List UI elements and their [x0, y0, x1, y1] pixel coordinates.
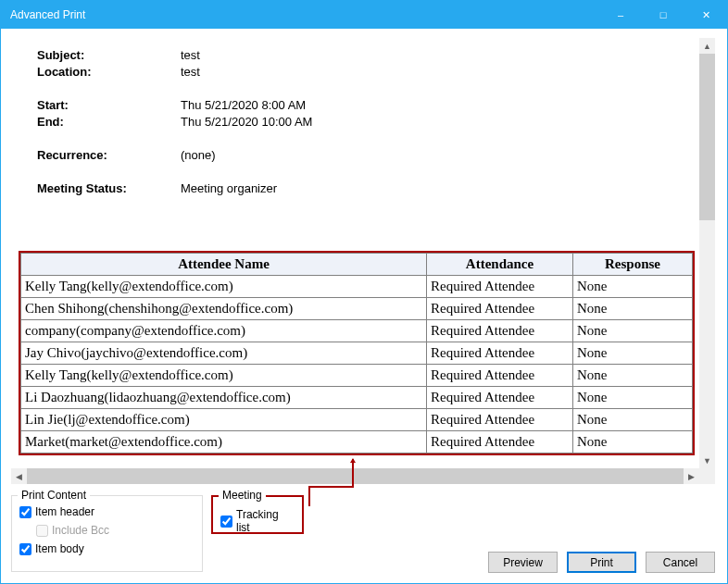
table-row: Lin Jie(lj@extendoffice.com)Required Att… [21, 409, 693, 431]
meeting-meta: Subject:test Location:test Start:Thu 5/2… [37, 47, 312, 197]
meeting-group: Meeting Tracking list [211, 495, 304, 534]
table-row: company(company@extendoffice.com)Require… [21, 320, 693, 342]
horizontal-scrollbar[interactable]: ◀ ▶ [11, 468, 699, 484]
location-value: test [181, 64, 200, 81]
table-row: Kelly Tang(kelly@extendoffice.com)Requir… [21, 276, 693, 298]
table-header-row: Attendee Name Attendance Response [21, 254, 693, 276]
horizontal-scroll-thumb[interactable] [27, 468, 684, 484]
tracking-table-wrap: Attendee Name Attendance Response Kelly … [19, 251, 695, 455]
meeting-legend: Meeting [219, 489, 266, 502]
print-content-legend: Print Content [18, 489, 90, 502]
table-row: Kelly Tang(kelly@extendoffice.com)Requir… [21, 365, 693, 387]
table-row: Li Daozhuang(lidaozhuang@extendoffice.co… [21, 387, 693, 409]
scroll-down-icon[interactable]: ▼ [699, 453, 715, 468]
item-header-checkbox[interactable]: Item header [19, 505, 195, 518]
recurrence-label: Recurrence: [37, 147, 181, 164]
col-attendee-name: Attendee Name [21, 254, 427, 276]
tracking-table: Attendee Name Attendance Response Kelly … [20, 253, 693, 454]
vertical-scrollbar[interactable]: ▲ ▼ [699, 38, 715, 468]
tracking-list-checkbox[interactable]: Tracking list [220, 508, 295, 534]
print-content-group: Print Content Item header Include Bcc It… [11, 495, 203, 572]
subject-label: Subject: [37, 47, 181, 64]
minimize-button[interactable]: – [599, 1, 642, 29]
recurrence-value: (none) [181, 147, 216, 164]
start-label: Start: [37, 97, 181, 114]
content-area: Subject:test Location:test Start:Thu 5/2… [10, 37, 716, 485]
scroll-left-icon[interactable]: ◀ [11, 468, 27, 484]
status-label: Meeting Status: [37, 180, 181, 197]
scroll-corner [699, 468, 715, 484]
titlebar: Advanced Print – □ ✕ [1, 1, 727, 29]
vertical-scroll-thumb[interactable] [699, 54, 715, 220]
end-value: Thu 5/21/2020 10:00 AM [181, 114, 312, 130]
table-row: Market(market@extendoffice.com)Required … [21, 431, 693, 454]
window-title: Advanced Print [1, 8, 599, 21]
maximize-button[interactable]: □ [642, 1, 684, 29]
include-bcc-checkbox: Include Bcc [36, 524, 195, 537]
scroll-right-icon[interactable]: ▶ [684, 468, 699, 484]
start-value: Thu 5/21/2020 8:00 AM [181, 97, 306, 114]
close-button[interactable]: ✕ [684, 1, 727, 29]
table-row: Jay Chivo(jaychivo@extendoffice.com)Requ… [21, 342, 693, 365]
print-button[interactable]: Print [567, 552, 636, 573]
dialog-buttons: Preview Print Cancel [488, 552, 715, 573]
location-label: Location: [37, 64, 181, 81]
subject-value: test [181, 47, 200, 64]
end-label: End: [37, 114, 181, 130]
status-value: Meeting organizer [181, 180, 277, 197]
table-row: Chen Shihong(chenshihong@extendoffice.co… [21, 298, 693, 320]
item-body-checkbox[interactable]: Item body [19, 542, 195, 555]
preview-button[interactable]: Preview [488, 552, 558, 573]
col-attendance: Attendance [427, 254, 573, 276]
col-response: Response [573, 254, 693, 276]
scroll-up-icon[interactable]: ▲ [699, 38, 715, 54]
cancel-button[interactable]: Cancel [646, 552, 715, 573]
